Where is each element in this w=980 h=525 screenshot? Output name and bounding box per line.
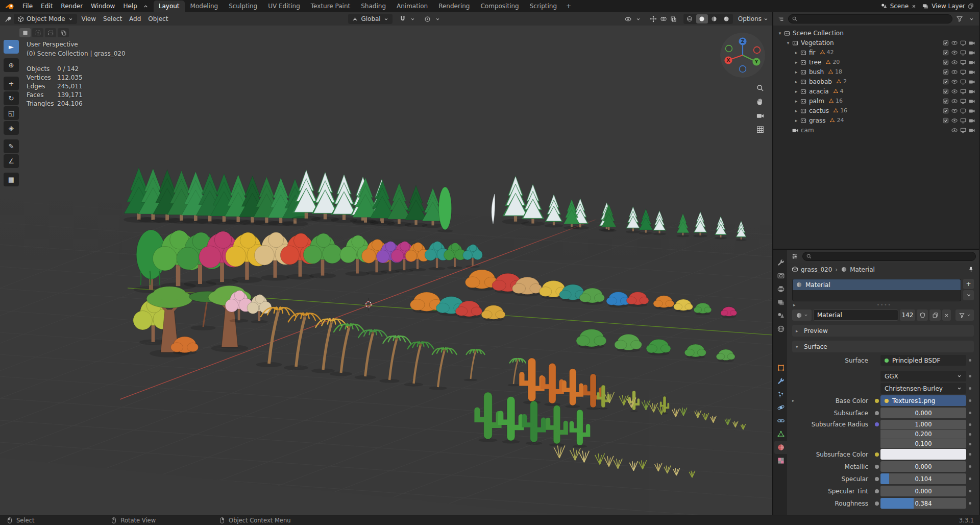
- shading-wireframe-icon[interactable]: [684, 14, 696, 23]
- disclosure-icon[interactable]: ▸: [793, 79, 800, 84]
- properties-tab-tool[interactable]: [774, 256, 787, 269]
- toggle-xray-icon[interactable]: [669, 14, 678, 24]
- blender-logo-icon[interactable]: [2, 2, 18, 10]
- number-field[interactable]: 0.200: [880, 429, 966, 439]
- visibility-options-icon[interactable]: [634, 14, 643, 24]
- hide-eye-toggle[interactable]: [951, 98, 958, 105]
- viewport-menu-select[interactable]: Select: [100, 14, 126, 24]
- snap-magnet-icon[interactable]: [398, 14, 407, 24]
- material-slot[interactable]: Material: [793, 279, 961, 290]
- menu-help[interactable]: Help: [119, 2, 141, 11]
- hide-eye-toggle[interactable]: [951, 68, 958, 76]
- properties-tab-object[interactable]: [774, 361, 787, 374]
- tool-measure[interactable]: ∠: [4, 154, 19, 168]
- color-swatch[interactable]: [880, 449, 966, 460]
- browse-material-button[interactable]: [792, 309, 812, 321]
- outliner-row-vegetation[interactable]: ▾Vegetation: [773, 38, 979, 47]
- disable-render-toggle[interactable]: [968, 98, 975, 105]
- snap-options-icon[interactable]: [408, 14, 418, 24]
- properties-editor-icon[interactable]: [790, 251, 799, 261]
- move-view-button[interactable]: [756, 98, 765, 106]
- slider-field[interactable]: 0.000: [880, 461, 966, 472]
- disable-viewport-toggle[interactable]: [960, 88, 967, 95]
- disable-render-toggle[interactable]: [968, 59, 975, 66]
- exclude-checkbox[interactable]: [942, 59, 949, 66]
- viewport-menu-object[interactable]: Object: [144, 14, 172, 24]
- unlink-scene-icon[interactable]: [911, 4, 917, 9]
- hide-eye-toggle[interactable]: [951, 117, 958, 124]
- menu-window[interactable]: Window: [87, 2, 119, 11]
- exclude-checkbox[interactable]: [942, 98, 949, 105]
- menu-file[interactable]: File: [18, 2, 37, 11]
- outliner-row-baobab[interactable]: ▸baobab2: [773, 77, 979, 86]
- disable-render-toggle[interactable]: [968, 49, 975, 56]
- decorator-dot[interactable]: [969, 375, 971, 377]
- decorator-dot[interactable]: [969, 359, 971, 362]
- decorator-dot[interactable]: [969, 443, 971, 445]
- menu-render[interactable]: Render: [57, 2, 87, 11]
- outliner-row-acacia[interactable]: ▸acacia4: [773, 86, 979, 96]
- slider-field[interactable]: 0.000: [880, 408, 966, 418]
- material-name-field[interactable]: Material: [813, 309, 898, 321]
- number-field[interactable]: 1.000: [880, 420, 966, 429]
- disclosure-icon[interactable]: ▸: [793, 99, 800, 104]
- disclosure-icon[interactable]: ▸: [793, 69, 800, 75]
- decorator-dot[interactable]: [969, 465, 971, 468]
- tool-scale[interactable]: ◱: [4, 106, 19, 120]
- outliner-editor-icon[interactable]: [776, 14, 786, 24]
- properties-tab-scene[interactable]: [774, 309, 787, 322]
- outliner-row-scene-collection[interactable]: ▾Scene Collection: [773, 28, 979, 38]
- tool-annotate[interactable]: ✎: [4, 139, 19, 153]
- breadcrumb-material[interactable]: Material: [841, 266, 875, 273]
- select-mode-intersect-icon[interactable]: [58, 28, 69, 37]
- proportional-options-icon[interactable]: [433, 14, 443, 24]
- texture-field[interactable]: Textures1.png: [880, 395, 966, 406]
- properties-search-input[interactable]: [802, 252, 976, 261]
- decorator-dot[interactable]: [969, 412, 971, 414]
- disclosure-icon[interactable]: ▸: [793, 50, 800, 55]
- shading-material-preview-icon[interactable]: [708, 14, 720, 23]
- outliner-search-input[interactable]: [788, 14, 952, 23]
- exclude-checkbox[interactable]: [942, 49, 949, 56]
- camera-view-button[interactable]: [756, 111, 765, 120]
- filter-dropdown[interactable]: [955, 309, 974, 321]
- outliner-row-tree[interactable]: ▸tree20: [773, 57, 979, 67]
- chevron-down-icon[interactable]: [967, 14, 976, 24]
- viewport-menu-add[interactable]: Add: [126, 14, 144, 24]
- scene-selector[interactable]: Scene: [880, 3, 917, 10]
- hide-eye-toggle[interactable]: [951, 78, 958, 85]
- disclosure-icon[interactable]: ▾: [785, 40, 792, 45]
- slot-specials-button[interactable]: [963, 290, 974, 300]
- proportional-editing-icon[interactable]: [423, 14, 432, 24]
- add-slot-button[interactable]: +: [963, 279, 974, 289]
- properties-tab-constraints[interactable]: [774, 414, 787, 427]
- filter-icon[interactable]: [955, 14, 964, 24]
- hide-eye-toggle[interactable]: [951, 39, 958, 46]
- disclosure-icon[interactable]: ▸: [793, 108, 800, 113]
- workspace-tab-uv-editing[interactable]: UV Editing: [263, 1, 305, 12]
- decorator-dot[interactable]: [969, 433, 971, 436]
- shading-solid-icon[interactable]: [696, 14, 708, 23]
- topbar-collapse-icon[interactable]: [141, 1, 151, 11]
- preview-panel-header[interactable]: ▸ Preview: [792, 325, 974, 337]
- number-field[interactable]: 0.100: [880, 439, 966, 448]
- mode-dropdown[interactable]: Object Mode: [14, 14, 77, 24]
- outliner-row-bush[interactable]: ▸bush18: [773, 67, 979, 77]
- properties-tab-object-data[interactable]: [774, 427, 787, 441]
- properties-tab-output[interactable]: [774, 282, 787, 296]
- disclosure-icon[interactable]: ▸: [793, 89, 800, 94]
- viewport-3d[interactable]: ►⊕+↻◱◈✎∠▦ User Perspective (0) Scene Col…: [0, 26, 772, 515]
- options-dropdown[interactable]: Options: [738, 15, 769, 22]
- workspace-tab-rendering[interactable]: Rendering: [433, 1, 475, 12]
- decorator-dot[interactable]: [969, 502, 971, 505]
- disable-viewport-toggle[interactable]: [960, 59, 967, 66]
- select-mode-set-icon[interactable]: [19, 28, 31, 37]
- properties-tab-render[interactable]: [774, 269, 787, 282]
- disable-render-toggle[interactable]: [968, 88, 975, 95]
- disable-viewport-toggle[interactable]: [960, 68, 967, 76]
- decorator-dot[interactable]: [969, 453, 971, 456]
- exclude-checkbox[interactable]: [942, 68, 949, 76]
- workspace-tab-modeling[interactable]: Modeling: [185, 1, 224, 12]
- show-overlays-icon[interactable]: [659, 14, 668, 24]
- disclosure-icon[interactable]: ▸: [793, 118, 800, 123]
